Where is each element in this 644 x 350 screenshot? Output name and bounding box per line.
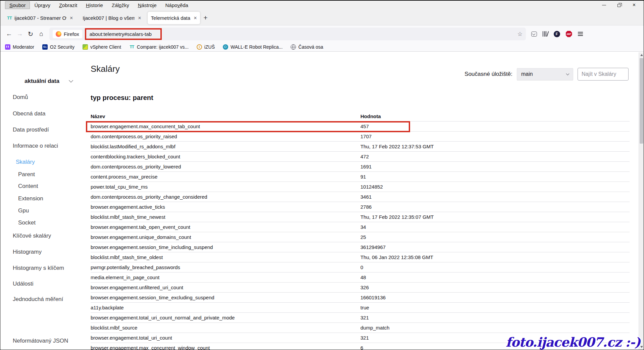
- pocket-icon[interactable]: [531, 32, 537, 37]
- table-row[interactable]: media.element_in_page_count48: [91, 272, 630, 282]
- scalar-value: Thu, 06 Jan 2022 12:35:08 GMT: [360, 254, 630, 260]
- table-row[interactable]: browser.engagement.unique_domains_count2…: [91, 232, 630, 242]
- scrollbar-thumb[interactable]: [640, 58, 643, 144]
- scalar-name: browser.engagement.max_concurrent_window…: [91, 345, 360, 350]
- tab-2[interactable]: Ijacek007 | Blog o všem trochu jinak.×: [79, 12, 144, 24]
- table-row[interactable]: browser.engagement.session_time_excludin…: [91, 292, 630, 302]
- table-row[interactable]: contentblocking.trackers_blocked_count47…: [91, 151, 630, 161]
- firefox-window: SouborÚpravyZobrazitHistorieZáložkyNástr…: [0, 0, 644, 350]
- menu-záložky[interactable]: Záložky: [107, 1, 134, 9]
- tab-3[interactable]: Telemetrická data×: [148, 12, 200, 24]
- bookmark-label: Compare: ijacek007 vs...: [137, 44, 189, 50]
- new-tab-button[interactable]: +: [200, 13, 211, 23]
- bookmark-item[interactable]: vSphere Client: [83, 44, 121, 50]
- scalar-value: 34: [360, 224, 630, 230]
- sidebar-item-histogramy-s-klíčem[interactable]: Histogramy s klíčem: [13, 265, 64, 271]
- sidebar-item-parent[interactable]: Parent: [18, 171, 35, 178]
- sidebar-item-data-prostředí[interactable]: Data prostředí: [13, 127, 49, 133]
- home-button[interactable]: ⌂: [36, 29, 47, 39]
- bookmark-item[interactable]: iiZUŠ: [197, 44, 215, 50]
- sidebar-dataset-dropdown[interactable]: aktuální data: [24, 78, 72, 85]
- table-row[interactable]: browser.engagement.session_time_includin…: [91, 242, 630, 252]
- table-row[interactable]: pwmgr.potentially_breached_passwords0: [91, 262, 630, 272]
- menu-hamburger-icon[interactable]: [578, 32, 583, 36]
- restore-button[interactable]: [611, 1, 627, 9]
- scrollbar-up-arrow-icon[interactable]: [640, 54, 643, 56]
- tab-close-icon[interactable]: ×: [70, 15, 73, 21]
- reload-button[interactable]: ↻: [25, 29, 36, 39]
- menu-soubor[interactable]: Soubor: [5, 1, 30, 9]
- bookmark-item[interactable]: Moderator: [5, 44, 34, 50]
- scalar-name: browser.engagement.tab_open_event_count: [91, 224, 360, 230]
- table-row[interactable]: blocklist.mlbf_sourcedump_match: [91, 322, 630, 333]
- bookmark-label: Moderator: [13, 44, 34, 50]
- bookmark-item[interactable]: TTCompare: ijacek007 vs...: [129, 44, 189, 50]
- restore-icon: [617, 4, 621, 7]
- menu-nástroje[interactable]: Nástroje: [134, 1, 161, 9]
- sidebar-item-domů[interactable]: Domů: [13, 94, 28, 101]
- bookmark-item[interactable]: WALL-E Robot Replica...: [223, 44, 283, 50]
- search-input[interactable]: [578, 68, 629, 81]
- scalar-name: browser.engagement.active_ticks: [91, 204, 360, 210]
- table-row[interactable]: browser.engagement.tab_open_event_count3…: [91, 222, 630, 232]
- sidebar-item-gpu[interactable]: Gpu: [18, 207, 29, 214]
- tab-close-icon[interactable]: ×: [138, 15, 141, 21]
- menu-úpravy[interactable]: Úpravy: [30, 1, 55, 9]
- table-row[interactable]: dom.contentprocess.os_priority_change_co…: [91, 192, 630, 202]
- menu-zobrazit[interactable]: Zobrazit: [55, 1, 82, 9]
- bookmark-star-icon[interactable]: ☆: [517, 31, 523, 38]
- close-button[interactable]: ×: [627, 1, 642, 9]
- storage-select[interactable]: main: [517, 68, 573, 81]
- sidebar-item-skaláry[interactable]: Skaláry: [16, 159, 35, 165]
- tab-1[interactable]: TTijacek007 - Streamer Overview &×: [4, 12, 76, 24]
- sidebar-item-jednoduchá-měření[interactable]: Jednoduchá měření: [13, 296, 63, 303]
- scalar-name: browser.engagement.unique_domains_count: [91, 234, 360, 240]
- table-row[interactable]: browser.engagement.max_concurrent_tab_co…: [91, 121, 630, 131]
- scalar-name: content.process_max_precise: [91, 174, 360, 180]
- adblock-plus-icon[interactable]: ABP: [566, 31, 572, 37]
- library-icon[interactable]: [543, 31, 548, 37]
- sidebar-item-události[interactable]: Události: [13, 281, 33, 287]
- tab-close-icon[interactable]: ×: [194, 15, 197, 21]
- sidebar-item-histogramy[interactable]: Histogramy: [13, 249, 42, 255]
- url-text[interactable]: about:telemetry#scalars-tab: [90, 31, 152, 37]
- table-row[interactable]: browser.engagement.unfiltered_uri_count3…: [91, 282, 630, 292]
- menu-historie[interactable]: Historie: [82, 1, 107, 9]
- menu-nápověda[interactable]: Nápověda: [161, 1, 193, 9]
- minimize-button[interactable]: [596, 1, 611, 9]
- table-row[interactable]: blocklist.mlbf_stash_time_oldestThu, 06 …: [91, 252, 630, 262]
- table-row[interactable]: blocklist.lastModified_rs_addons_mlbfThu…: [91, 141, 630, 151]
- bookmark-label: vSphere Client: [90, 44, 121, 50]
- scalar-name: browser.engagement.total_uri_count: [91, 335, 360, 341]
- sidebar-item-neformátovaný-json[interactable]: Neformátovaný JSON: [13, 338, 68, 344]
- table-row[interactable]: blocklist.mlbf_stash_time_newestThu, 17 …: [91, 212, 630, 222]
- sidebar-item-extension[interactable]: Extension: [18, 195, 43, 202]
- sidebar-item-content[interactable]: Content: [18, 183, 38, 190]
- forward-button[interactable]: →: [14, 29, 25, 39]
- bookmark-item[interactable]: Časová osa: [291, 44, 323, 50]
- extension-f-icon[interactable]: F: [554, 31, 560, 37]
- bookmark-item[interactable]: O₂O2 Security: [42, 44, 75, 50]
- vertical-scrollbar[interactable]: [639, 52, 644, 350]
- scalar-value: 1691: [360, 164, 630, 169]
- sidebar-item-klíčové-skaláry[interactable]: Klíčové skaláry: [13, 233, 51, 239]
- table-row[interactable]: content.process_max_precise91: [91, 171, 630, 182]
- sidebar-item-socket[interactable]: Socket: [18, 219, 36, 226]
- table-row[interactable]: power.total_cpu_time_ms10124852: [91, 182, 630, 192]
- sidebar-item-informace-o-relaci[interactable]: Informace o relaci: [13, 143, 58, 149]
- table-row[interactable]: browser.engagement.active_ticks2786: [91, 202, 630, 212]
- column-header-name: Název: [91, 113, 360, 119]
- scalar-name: dom.contentprocess.os_priority_raised: [91, 134, 360, 139]
- scrollbar-down-arrow-icon[interactable]: [640, 346, 643, 348]
- table-row[interactable]: a11y.backplatetrue: [91, 302, 630, 312]
- sidebar-item-obecná-data[interactable]: Obecná data: [13, 110, 45, 117]
- search-engine-chip: Firefox: [53, 30, 82, 38]
- scalar-name: a11y.backplate: [91, 305, 360, 310]
- scalar-name: blocklist.mlbf_stash_time_newest: [91, 214, 360, 220]
- url-bar[interactable]: Firefox about:telemetry#scalars-tab ☆: [49, 28, 526, 40]
- table-row[interactable]: dom.contentprocess.os_priority_raised170…: [91, 131, 630, 141]
- table-row[interactable]: browser.engagement.total_uri_count_norma…: [91, 312, 630, 322]
- scalar-name: blocklist.mlbf_source: [91, 325, 360, 331]
- table-row[interactable]: dom.contentprocess.os_priority_lowered16…: [91, 161, 630, 171]
- back-button[interactable]: ←: [4, 29, 14, 39]
